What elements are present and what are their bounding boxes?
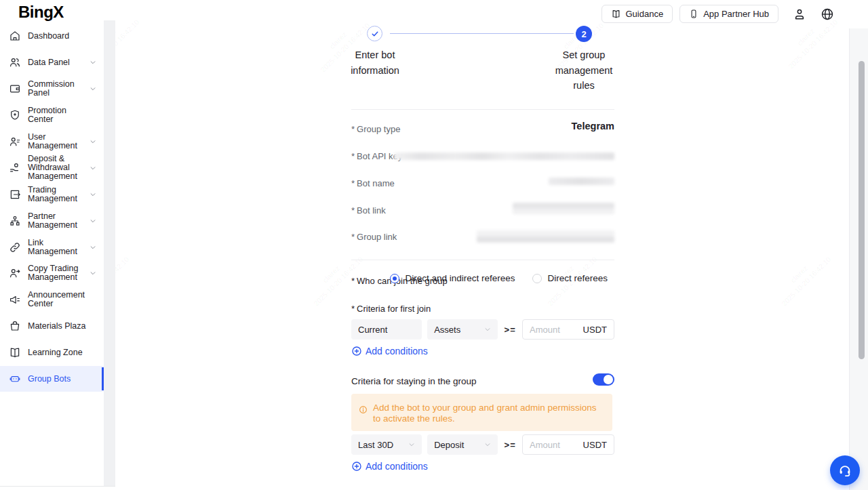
shield-icon (9, 109, 21, 121)
admin-permission-warning: Add the bot to your group and grant admi… (351, 394, 612, 431)
staying-period-select[interactable]: Last 30D (351, 434, 422, 455)
step2-circle: 2 (576, 26, 592, 42)
group-type-value: Telegram (572, 121, 614, 131)
guidance-label: Guidance (626, 9, 664, 19)
chevron-down-icon (90, 138, 96, 145)
first-join-amount-field: USDT (522, 319, 614, 340)
first-join-metric-select[interactable]: Assets (427, 319, 498, 340)
sidebar-item-link-management[interactable]: Link Management (0, 234, 104, 260)
megaphone-icon (9, 293, 21, 306)
home-icon (9, 30, 21, 42)
app-partner-hub-button[interactable]: App Partner Hub (679, 5, 778, 23)
sidebar-item-partner-management[interactable]: Partner Management (0, 207, 104, 234)
divider (351, 260, 614, 260)
staying-add-conditions-link[interactable]: Add conditions (351, 461, 428, 472)
staying-operator: >= (498, 440, 522, 450)
staying-amount-input[interactable] (530, 440, 579, 450)
sidebar-item-trading-management[interactable]: Trading Management (0, 181, 104, 207)
guidance-button[interactable]: Guidance (601, 5, 673, 23)
step2-label: Set group management rules (550, 47, 618, 94)
book-icon (611, 9, 621, 19)
sidebar-item-dashboard[interactable]: Dashboard (0, 23, 104, 49)
sidebar-item-deposit-withdrawal[interactable]: Deposit & Withdrawal Management (0, 155, 104, 181)
info-icon (359, 405, 368, 424)
check-icon (371, 30, 379, 38)
first-join-criteria-label: *Criteria for first join (351, 304, 431, 314)
staying-metric-select[interactable]: Deposit (427, 434, 498, 455)
link-icon (9, 241, 21, 253)
trading-icon (9, 188, 21, 201)
data-panel-icon (9, 56, 21, 68)
first-join-criteria-label-row: *Criteria for first join (351, 302, 614, 314)
page-scrollbar-track[interactable] (849, 28, 868, 490)
group-type-row: *Group type Telegram (351, 123, 614, 135)
first-join-currency: USDT (583, 325, 607, 335)
sidebar-item-announcement-center[interactable]: Announcement Center (0, 287, 104, 313)
phone-icon (689, 9, 698, 19)
page-scrollbar-thumb[interactable] (859, 61, 865, 359)
step1-label: Enter bot information (344, 47, 406, 78)
book-icon (9, 346, 21, 359)
group-link-redacted-value (477, 230, 614, 243)
staying-amount-field: USDT (522, 434, 614, 455)
chevron-down-icon (90, 59, 96, 66)
chevron-down-icon (90, 191, 96, 198)
sidebar-item-group-bots[interactable]: Group Bots (0, 366, 104, 392)
step1-completed-circle (367, 26, 382, 41)
sidebar-item-copy-trading[interactable]: Copy Trading Management (0, 260, 104, 287)
radio-direct-referees[interactable]: Direct referees (532, 273, 608, 283)
user-icon (9, 136, 21, 148)
wallet-icon (9, 83, 21, 95)
who-can-join-options: Direct and indirect referees Direct refe… (390, 273, 608, 283)
first-join-period-select[interactable]: Current (351, 319, 422, 340)
stepper-connector (390, 33, 574, 34)
chevron-down-icon (90, 85, 96, 92)
sidebar-item-data-panel[interactable]: Data Panel (0, 49, 104, 76)
chevron-down-icon (90, 270, 96, 277)
chevron-down-icon (484, 441, 491, 448)
first-join-add-conditions-link[interactable]: Add conditions (351, 346, 428, 356)
sidebar-item-user-management[interactable]: User Management (0, 129, 104, 155)
watermark: clairez2025-10-20 16:42:10 (772, 247, 833, 308)
copy-trading-icon (9, 267, 21, 279)
language-globe-icon[interactable] (821, 7, 834, 21)
staying-criteria-row: Criteria for staying in the group (351, 375, 614, 387)
robot-icon (9, 373, 21, 385)
staying-criteria-toggle[interactable] (593, 373, 614, 386)
org-chart-icon (9, 215, 21, 227)
radio-selected-icon[interactable] (390, 274, 399, 283)
staying-currency: USDT (583, 440, 607, 450)
stepper: 2 Enter bot information Set group manage… (351, 26, 614, 107)
staying-criteria-label: Criteria for staying in the group (351, 376, 477, 386)
bot-name-row: *Bot name (351, 177, 614, 189)
chevron-down-icon (484, 326, 491, 333)
sidebar-item-materials-plaza[interactable]: Materials Plaza (0, 313, 104, 340)
bot-link-redacted-value (513, 203, 614, 214)
first-join-condition-row: Current Assets >= USDT (351, 319, 614, 340)
warning-text: Add the bot to your group and grant admi… (373, 401, 604, 424)
app-partner-hub-label: App Partner Hub (703, 9, 769, 19)
bot-name-redacted-value (549, 178, 614, 185)
customer-support-button[interactable] (830, 455, 860, 485)
chevron-down-icon (90, 165, 96, 171)
radio-unselected-icon[interactable] (532, 274, 542, 283)
account-avatar-icon[interactable] (793, 7, 806, 21)
chevron-down-icon (408, 441, 415, 448)
plus-circle-icon (351, 346, 362, 356)
staying-condition-row: Last 30D Deposit >= USDT (351, 434, 614, 455)
group-type-label: *Group type (351, 124, 400, 134)
bot-link-label: *Bot link (351, 205, 386, 216)
sidebar-item-learning-zone[interactable]: Learning Zone (0, 340, 104, 366)
sidebar-scroll-gutter[interactable] (104, 20, 115, 487)
sidebar-item-promotion-center[interactable]: Promotion Center (0, 102, 104, 129)
radio-direct-and-indirect-referees[interactable]: Direct and indirect referees (390, 273, 515, 283)
first-join-operator: >= (498, 325, 522, 335)
first-join-amount-input[interactable] (530, 325, 579, 335)
chevron-down-icon (90, 218, 96, 224)
sidebar: Dashboard Data Panel Commission Panel Pr… (0, 0, 104, 490)
sidebar-item-commission-panel[interactable]: Commission Panel (0, 76, 104, 102)
group-link-row: *Group link (351, 230, 614, 243)
chevron-down-icon (90, 244, 96, 251)
deposit-icon (9, 162, 21, 174)
bingx-logo: BingX (18, 3, 64, 22)
